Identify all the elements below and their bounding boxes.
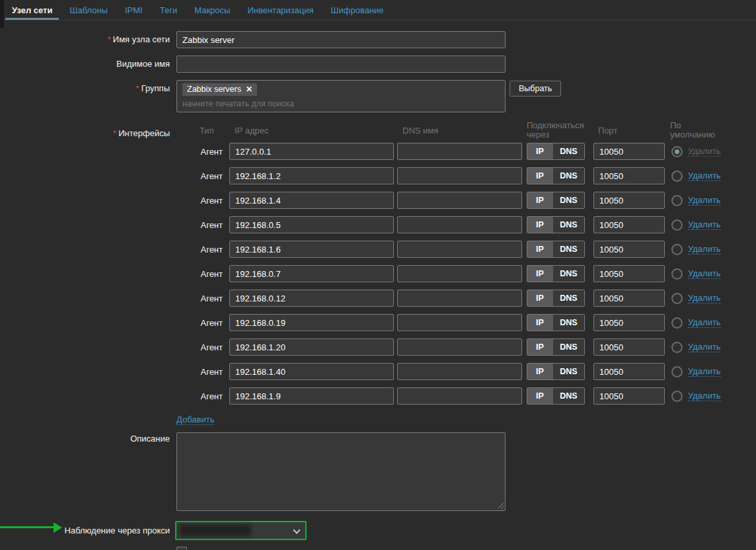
interface-dns-input[interactable] <box>397 338 522 356</box>
connect-dns-button[interactable]: DNS <box>552 266 584 282</box>
interface-ip-input[interactable] <box>229 216 394 233</box>
interface-ip-input[interactable] <box>229 314 394 331</box>
connect-dns-button[interactable]: DNS <box>552 143 584 159</box>
interface-ip-input[interactable] <box>229 290 394 307</box>
connect-ip-button[interactable]: IP <box>527 217 552 233</box>
interface-dns-input[interactable] <box>397 265 522 282</box>
interface-port-input[interactable] <box>593 241 665 258</box>
interface-ip-input[interactable] <box>229 265 394 282</box>
proxy-row: Наблюдение через прокси <box>0 521 756 540</box>
connect-ip-button[interactable]: IP <box>527 315 552 331</box>
interface-ip-input[interactable] <box>229 192 394 209</box>
default-interface-radio[interactable] <box>671 342 683 353</box>
groups-search-placeholder[interactable]: начните печатать для поиска <box>182 99 500 108</box>
tab-tags[interactable]: Теги <box>153 0 184 20</box>
interface-port-input[interactable] <box>593 192 665 209</box>
connect-dns-button[interactable]: DNS <box>552 339 584 355</box>
visible-name-input[interactable] <box>176 56 506 73</box>
interface-ip-input[interactable] <box>229 143 394 160</box>
groups-multiselect[interactable]: Zabbix servers ✕ начните печатать для по… <box>176 80 506 112</box>
proxy-select[interactable] <box>175 521 307 540</box>
groups-label: *Группы <box>0 80 170 94</box>
interface-port-input[interactable] <box>593 314 665 331</box>
default-interface-radio[interactable] <box>671 195 683 206</box>
tab-macros[interactable]: Макросы <box>188 0 237 20</box>
host-name-input[interactable] <box>176 31 506 48</box>
interface-port-input[interactable] <box>593 265 665 282</box>
default-interface-radio[interactable] <box>671 293 683 304</box>
connect-ip-button[interactable]: IP <box>527 192 552 208</box>
connect-via-toggle: IP DNS <box>527 338 585 356</box>
remove-interface-link[interactable]: Удалить <box>688 219 721 230</box>
interface-ip-input[interactable] <box>229 241 394 258</box>
default-interface-radio[interactable] <box>671 244 683 255</box>
connect-ip-button[interactable]: IP <box>527 266 552 282</box>
interface-dns-input[interactable] <box>397 363 522 380</box>
partial-checkbox[interactable] <box>176 547 187 550</box>
tab-host[interactable]: Узел сети <box>5 0 59 20</box>
connect-ip-button[interactable]: IP <box>527 339 552 355</box>
interface-dns-input[interactable] <box>397 241 522 258</box>
connect-ip-button[interactable]: IP <box>527 364 552 379</box>
connect-dns-button[interactable]: DNS <box>552 364 584 379</box>
connect-ip-button[interactable]: IP <box>527 241 552 257</box>
remove-interface-link[interactable]: Удалить <box>688 244 721 255</box>
connect-dns-button[interactable]: DNS <box>552 192 584 208</box>
interface-ip-input[interactable] <box>229 338 394 356</box>
remove-interface-link[interactable]: Удалить <box>688 342 721 352</box>
interface-ip-input[interactable] <box>229 363 394 380</box>
remove-interface-link[interactable]: Удалить <box>688 195 721 206</box>
default-interface-radio[interactable] <box>671 171 683 182</box>
remove-interface-link[interactable]: Удалить <box>688 171 721 181</box>
connect-ip-button[interactable]: IP <box>527 168 552 184</box>
tab-inventory[interactable]: Инвентаризация <box>241 0 320 20</box>
connect-dns-button[interactable]: DNS <box>552 388 584 404</box>
default-interface-radio[interactable] <box>671 317 683 329</box>
interface-dns-input[interactable] <box>397 314 522 331</box>
interface-dns-input[interactable] <box>397 143 522 160</box>
interface-port-input[interactable] <box>593 290 665 307</box>
tab-encryption[interactable]: Шифрование <box>324 0 391 20</box>
groups-select-button[interactable]: Выбрать <box>510 81 561 97</box>
interface-dns-input[interactable] <box>397 167 522 184</box>
interface-port-input[interactable] <box>593 216 665 233</box>
default-interface-radio[interactable] <box>671 366 683 377</box>
interface-dns-input[interactable] <box>397 216 522 233</box>
tab-ipmi[interactable]: IPMI <box>118 0 149 20</box>
default-interface-radio[interactable] <box>671 391 683 402</box>
add-interface-link[interactable]: Добавить <box>176 414 214 425</box>
chevron-down-icon <box>293 526 300 533</box>
connect-ip-button[interactable]: IP <box>527 388 552 404</box>
connect-dns-button[interactable]: DNS <box>552 217 584 233</box>
interface-dns-input[interactable] <box>397 387 522 405</box>
page-corner <box>0 0 4 28</box>
connect-dns-button[interactable]: DNS <box>552 290 584 306</box>
remove-interface-link[interactable]: Удалить <box>688 317 721 328</box>
connect-ip-button[interactable]: IP <box>527 290 552 306</box>
remove-interface-link[interactable]: Удалить <box>688 293 721 303</box>
remove-interface-link[interactable]: Удалить <box>688 391 721 401</box>
interface-dns-input[interactable] <box>397 290 522 307</box>
interface-port-input[interactable] <box>593 167 665 184</box>
header-ip: IP адрес <box>229 126 394 136</box>
tab-templates[interactable]: Шаблоны <box>63 0 114 20</box>
connect-dns-button[interactable]: DNS <box>552 168 584 184</box>
interface-ip-input[interactable] <box>229 387 394 405</box>
remove-interface-link[interactable]: Удалить <box>688 366 721 377</box>
interface-port-input[interactable] <box>593 387 665 405</box>
connect-ip-button[interactable]: IP <box>527 143 552 159</box>
connect-dns-button[interactable]: DNS <box>552 315 584 331</box>
interface-port-input[interactable] <box>593 338 665 356</box>
default-interface-radio[interactable] <box>671 146 683 157</box>
interface-port-input[interactable] <box>593 363 665 380</box>
default-interface-radio[interactable] <box>671 219 683 231</box>
default-interface-radio[interactable] <box>671 268 683 280</box>
description-textarea[interactable] <box>176 432 506 511</box>
connect-dns-button[interactable]: DNS <box>552 241 584 257</box>
interface-dns-input[interactable] <box>397 192 522 209</box>
interface-ip-input[interactable] <box>229 167 394 184</box>
chip-remove-icon[interactable]: ✕ <box>246 85 252 95</box>
interface-port-input[interactable] <box>593 143 665 160</box>
remove-interface-link: Удалить <box>688 146 721 157</box>
remove-interface-link[interactable]: Удалить <box>688 268 721 279</box>
